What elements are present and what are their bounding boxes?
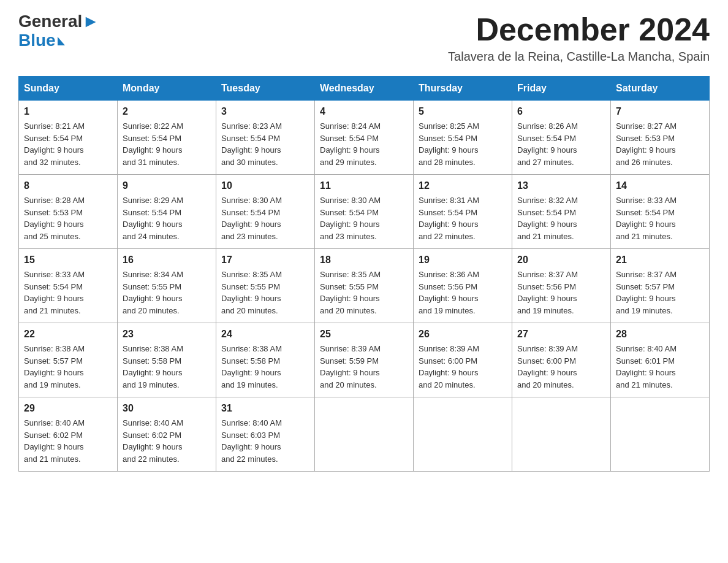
calendar-week-row: 22 Sunrise: 8:38 AMSunset: 5:57 PMDaylig… — [19, 323, 710, 397]
table-row: 4 Sunrise: 8:24 AMSunset: 5:54 PMDayligh… — [315, 101, 414, 175]
calendar-week-row: 8 Sunrise: 8:28 AMSunset: 5:53 PMDayligh… — [19, 175, 710, 249]
table-row: 19 Sunrise: 8:36 AMSunset: 5:56 PMDaylig… — [414, 249, 512, 323]
day-number: 18 — [320, 253, 408, 267]
day-number: 10 — [221, 178, 309, 193]
table-row: 29 Sunrise: 8:40 AMSunset: 6:02 PMDaylig… — [19, 397, 118, 472]
day-info: Sunrise: 8:35 AMSunset: 5:55 PMDaylight:… — [320, 270, 381, 315]
day-info: Sunrise: 8:40 AMSunset: 6:01 PMDaylight:… — [616, 344, 677, 389]
day-number: 1 — [24, 104, 112, 119]
col-thursday: Thursday — [414, 77, 512, 101]
day-number: 7 — [616, 104, 704, 119]
day-number: 6 — [517, 104, 605, 119]
day-info: Sunrise: 8:36 AMSunset: 5:56 PMDaylight:… — [419, 270, 479, 315]
col-sunday: Sunday — [19, 77, 118, 101]
day-number: 30 — [123, 401, 211, 416]
table-row: 17 Sunrise: 8:35 AMSunset: 5:55 PMDaylig… — [216, 249, 315, 323]
day-info: Sunrise: 8:40 AMSunset: 6:02 PMDaylight:… — [123, 418, 183, 464]
day-info: Sunrise: 8:38 AMSunset: 5:58 PMDaylight:… — [221, 344, 282, 389]
calendar-week-row: 15 Sunrise: 8:33 AMSunset: 5:54 PMDaylig… — [19, 249, 710, 323]
calendar-header-row: Sunday Monday Tuesday Wednesday Thursday… — [19, 77, 710, 101]
table-row: 26 Sunrise: 8:39 AMSunset: 6:00 PMDaylig… — [414, 323, 512, 397]
day-number: 17 — [221, 253, 309, 267]
day-info: Sunrise: 8:21 AMSunset: 5:54 PMDaylight:… — [24, 121, 85, 167]
table-row: 22 Sunrise: 8:38 AMSunset: 5:57 PMDaylig… — [19, 323, 118, 397]
title-block: December 2024 Talavera de la Reina, Cast… — [448, 12, 710, 64]
day-info: Sunrise: 8:40 AMSunset: 6:02 PMDaylight:… — [24, 418, 85, 464]
day-info: Sunrise: 8:32 AMSunset: 5:54 PMDaylight:… — [517, 196, 578, 241]
day-info: Sunrise: 8:39 AMSunset: 6:00 PMDaylight:… — [419, 344, 479, 389]
table-row: 21 Sunrise: 8:37 AMSunset: 5:57 PMDaylig… — [611, 249, 710, 323]
day-info: Sunrise: 8:37 AMSunset: 5:57 PMDaylight:… — [616, 270, 677, 315]
day-number: 22 — [24, 327, 112, 342]
day-number: 25 — [320, 327, 408, 342]
day-number: 2 — [123, 104, 211, 119]
day-info: Sunrise: 8:29 AMSunset: 5:54 PMDaylight:… — [123, 196, 183, 241]
day-number: 16 — [123, 253, 211, 267]
page-header: General► Blue December 2024 Talavera de … — [18, 12, 710, 64]
day-number: 28 — [616, 327, 704, 342]
table-row: 27 Sunrise: 8:39 AMSunset: 6:00 PMDaylig… — [512, 323, 611, 397]
day-info: Sunrise: 8:28 AMSunset: 5:53 PMDaylight:… — [24, 196, 85, 241]
day-number: 29 — [24, 401, 112, 416]
table-row: 11 Sunrise: 8:30 AMSunset: 5:54 PMDaylig… — [315, 175, 414, 249]
table-row: 3 Sunrise: 8:23 AMSunset: 5:54 PMDayligh… — [216, 101, 315, 175]
logo-text-bottom: Blue — [18, 31, 99, 50]
day-info: Sunrise: 8:38 AMSunset: 5:58 PMDaylight:… — [123, 344, 183, 389]
table-row: 14 Sunrise: 8:33 AMSunset: 5:54 PMDaylig… — [611, 175, 710, 249]
table-row: 16 Sunrise: 8:34 AMSunset: 5:55 PMDaylig… — [118, 249, 216, 323]
day-number: 20 — [517, 253, 605, 267]
col-monday: Monday — [118, 77, 216, 101]
day-number: 31 — [221, 401, 309, 416]
logo: General► Blue — [18, 12, 99, 50]
day-info: Sunrise: 8:34 AMSunset: 5:55 PMDaylight:… — [123, 270, 183, 315]
table-row: 6 Sunrise: 8:26 AMSunset: 5:54 PMDayligh… — [512, 101, 611, 175]
day-info: Sunrise: 8:35 AMSunset: 5:55 PMDaylight:… — [221, 270, 282, 315]
table-row: 25 Sunrise: 8:39 AMSunset: 5:59 PMDaylig… — [315, 323, 414, 397]
col-tuesday: Tuesday — [216, 77, 315, 101]
table-row: 10 Sunrise: 8:30 AMSunset: 5:54 PMDaylig… — [216, 175, 315, 249]
logo-text-top: General► — [18, 12, 99, 31]
table-row: 20 Sunrise: 8:37 AMSunset: 5:56 PMDaylig… — [512, 249, 611, 323]
table-row: 8 Sunrise: 8:28 AMSunset: 5:53 PMDayligh… — [19, 175, 118, 249]
col-wednesday: Wednesday — [315, 77, 414, 101]
day-number: 3 — [221, 104, 309, 119]
day-number: 26 — [419, 327, 507, 342]
table-row — [315, 397, 414, 472]
day-info: Sunrise: 8:31 AMSunset: 5:54 PMDaylight:… — [419, 196, 479, 241]
day-number: 11 — [320, 178, 408, 193]
day-number: 9 — [123, 178, 211, 193]
day-info: Sunrise: 8:33 AMSunset: 5:54 PMDaylight:… — [616, 196, 677, 241]
table-row: 2 Sunrise: 8:22 AMSunset: 5:54 PMDayligh… — [118, 101, 216, 175]
day-number: 15 — [24, 253, 112, 267]
day-number: 8 — [24, 178, 112, 193]
day-number: 4 — [320, 104, 408, 119]
table-row: 5 Sunrise: 8:25 AMSunset: 5:54 PMDayligh… — [414, 101, 512, 175]
col-saturday: Saturday — [611, 77, 710, 101]
col-friday: Friday — [512, 77, 611, 101]
table-row: 23 Sunrise: 8:38 AMSunset: 5:58 PMDaylig… — [118, 323, 216, 397]
day-number: 12 — [419, 178, 507, 193]
day-info: Sunrise: 8:30 AMSunset: 5:54 PMDaylight:… — [320, 196, 381, 241]
table-row — [611, 397, 710, 472]
day-info: Sunrise: 8:37 AMSunset: 5:56 PMDaylight:… — [517, 270, 578, 315]
day-info: Sunrise: 8:33 AMSunset: 5:54 PMDaylight:… — [24, 270, 85, 315]
day-number: 23 — [123, 327, 211, 342]
table-row: 12 Sunrise: 8:31 AMSunset: 5:54 PMDaylig… — [414, 175, 512, 249]
table-row: 30 Sunrise: 8:40 AMSunset: 6:02 PMDaylig… — [118, 397, 216, 472]
table-row: 31 Sunrise: 8:40 AMSunset: 6:03 PMDaylig… — [216, 397, 315, 472]
table-row: 1 Sunrise: 8:21 AMSunset: 5:54 PMDayligh… — [19, 101, 118, 175]
table-row: 24 Sunrise: 8:38 AMSunset: 5:58 PMDaylig… — [216, 323, 315, 397]
table-row: 15 Sunrise: 8:33 AMSunset: 5:54 PMDaylig… — [19, 249, 118, 323]
day-info: Sunrise: 8:26 AMSunset: 5:54 PMDaylight:… — [517, 121, 578, 167]
day-number: 21 — [616, 253, 704, 267]
day-info: Sunrise: 8:40 AMSunset: 6:03 PMDaylight:… — [221, 418, 282, 464]
table-row: 9 Sunrise: 8:29 AMSunset: 5:54 PMDayligh… — [118, 175, 216, 249]
day-number: 5 — [419, 104, 507, 119]
table-row: 13 Sunrise: 8:32 AMSunset: 5:54 PMDaylig… — [512, 175, 611, 249]
day-number: 24 — [221, 327, 309, 342]
day-info: Sunrise: 8:23 AMSunset: 5:54 PMDaylight:… — [221, 121, 282, 167]
table-row — [512, 397, 611, 472]
calendar-week-row: 1 Sunrise: 8:21 AMSunset: 5:54 PMDayligh… — [19, 101, 710, 175]
table-row: 28 Sunrise: 8:40 AMSunset: 6:01 PMDaylig… — [611, 323, 710, 397]
day-info: Sunrise: 8:30 AMSunset: 5:54 PMDaylight:… — [221, 196, 282, 241]
